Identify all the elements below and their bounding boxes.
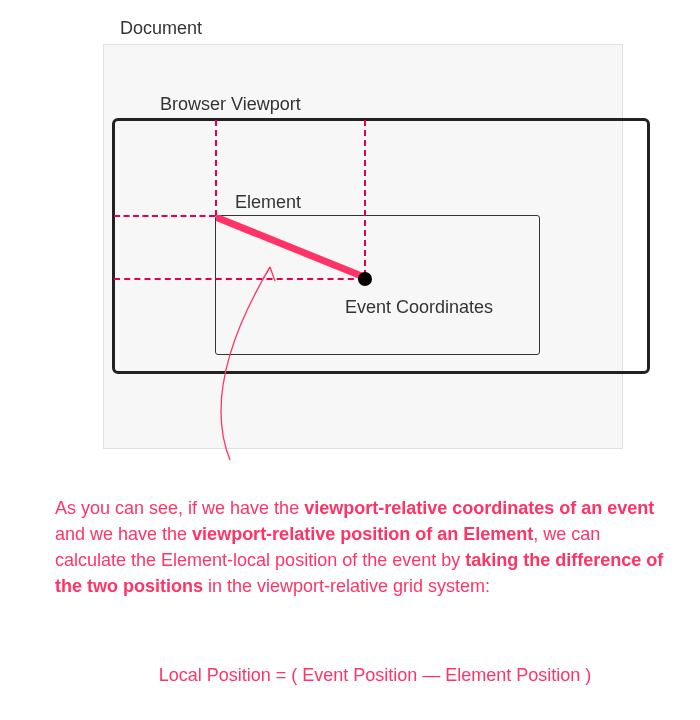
dashed-line-element-y bbox=[114, 215, 215, 217]
viewport-label: Browser Viewport bbox=[160, 94, 301, 115]
explanation-text: As you can see, if we have the viewport-… bbox=[55, 495, 665, 599]
explanation-fragment: and we have the bbox=[55, 524, 192, 544]
dashed-line-event-x bbox=[364, 120, 366, 276]
explanation-fragment: As you can see, if we have the bbox=[55, 498, 304, 518]
element-box bbox=[215, 215, 540, 355]
dashed-line-element-x bbox=[215, 120, 217, 216]
element-label: Element bbox=[235, 192, 301, 213]
document-label: Document bbox=[120, 18, 202, 39]
dashed-line-event-y bbox=[114, 278, 364, 280]
explanation-bold-2: viewport-relative position of an Element bbox=[192, 524, 533, 544]
explanation-fragment: in the viewport-relative grid system: bbox=[203, 576, 490, 596]
formula-text: Local Position = ( Event Position — Elem… bbox=[95, 665, 655, 686]
event-coordinates-label: Event Coordinates bbox=[345, 297, 493, 318]
event-dot-icon bbox=[358, 272, 372, 286]
explanation-bold-1: viewport-relative coordinates of an even… bbox=[304, 498, 654, 518]
